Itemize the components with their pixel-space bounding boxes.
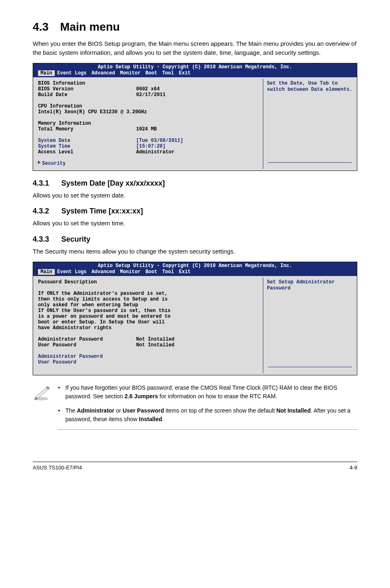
- tab-exit[interactable]: Exit: [176, 269, 193, 275]
- bios-header-title: Aptio Setup Utility - Copyright (C) 2010…: [33, 64, 357, 70]
- build-date-value: 02/17/2011: [136, 92, 166, 98]
- footer-right: 4-9: [350, 465, 357, 471]
- tab-tool[interactable]: Tool: [160, 70, 177, 76]
- note-item: The Administrator or User Password items…: [65, 406, 357, 424]
- subsection-title: System Time [xx:xx:xx]: [61, 207, 143, 215]
- help-divider: [268, 367, 352, 373]
- bios-version-value: 0602 x64: [136, 86, 160, 92]
- triangle-icon: [38, 161, 40, 164]
- subsection-heading-date: 4.3.1System Date [Day xx/xx/xxxx]: [33, 179, 357, 188]
- bios-screenshot-main: Aptio Setup Utility - Copyright (C) 2010…: [33, 63, 357, 171]
- note-item: If you have forgotten your BIOS password…: [65, 384, 357, 401]
- password-desc-heading: Password Description: [38, 279, 258, 285]
- system-date-value[interactable]: [Tue 03/08/2011]: [136, 138, 183, 144]
- tab-exit[interactable]: Exit: [176, 70, 193, 76]
- password-desc-body: If ONLY the Administrator's password is …: [38, 291, 258, 331]
- bios-left-pane: Password Description If ONLY the Adminis…: [33, 276, 263, 375]
- section-intro: When you enter the BIOS Setup program, t…: [33, 39, 357, 57]
- tab-tool[interactable]: Tool: [160, 269, 177, 275]
- subsection-text-security: The Security menu items allow you to cha…: [33, 247, 357, 256]
- bios-info-heading: BIOS Information: [38, 81, 258, 86]
- system-date-label[interactable]: System Date: [38, 138, 136, 144]
- tab-event-logs[interactable]: Event Logs: [55, 269, 89, 275]
- bios-help-pane: Set the Date, Use Tab to switch between …: [263, 77, 357, 171]
- subsection-text-time: Allows you to set the system time.: [33, 219, 357, 228]
- admin-password-label: Administrator Password: [38, 337, 136, 342]
- footer-left: ASUS TS100-E7/PI4: [33, 465, 82, 471]
- bios-tabs: Main Event Logs Advanced Monitor Boot To…: [33, 70, 357, 77]
- bios-screenshot-security: Aptio Setup Utility - Copyright (C) 2010…: [33, 262, 357, 375]
- system-time-label[interactable]: System Time: [38, 144, 136, 149]
- section-title-text: Main menu: [60, 20, 120, 33]
- system-time-value[interactable]: [15:07:28]: [136, 144, 166, 149]
- section-heading: 4.3Main menu: [33, 20, 357, 34]
- tab-advanced[interactable]: Advanced: [89, 269, 118, 275]
- bios-version-label: BIOS Version: [38, 86, 136, 92]
- page-footer: ASUS TS100-E7/PI4 4-9: [33, 462, 357, 471]
- bios-header: Aptio Setup Utility - Copyright (C) 2010…: [33, 63, 357, 77]
- bios-body: Password Description If ONLY the Adminis…: [33, 276, 357, 375]
- tab-boot[interactable]: Boot: [143, 70, 160, 76]
- tab-main[interactable]: Main: [38, 269, 55, 275]
- bios-help-text: Set Setup Administrator Password: [267, 279, 353, 292]
- note-block: If you have forgotten your BIOS password…: [33, 384, 357, 437]
- bios-help-text: Set the Date, Use Tab to switch between …: [267, 81, 353, 93]
- bios-body: BIOS Information BIOS Version 0602 x64 B…: [33, 77, 357, 171]
- admin-password-value: Not Installed: [136, 337, 175, 342]
- access-level-label: Access Level: [38, 149, 136, 155]
- subsection-num: 4.3.1: [33, 179, 61, 188]
- tab-advanced[interactable]: Advanced: [89, 70, 118, 76]
- cpu-info-line: Intel(R) Xeon(R) CPU E31230 @ 3.20GHz: [38, 109, 258, 115]
- bios-tabs: Main Event Logs Advanced Monitor Boot To…: [33, 269, 357, 276]
- user-password-label: User Password: [38, 342, 136, 348]
- user-password-item[interactable]: User Password: [38, 359, 258, 365]
- tab-monitor[interactable]: Monitor: [117, 269, 143, 275]
- tab-main[interactable]: Main: [38, 70, 55, 76]
- tab-event-logs[interactable]: Event Logs: [55, 70, 89, 76]
- bios-help-pane: Set Setup Administrator Password: [263, 276, 357, 375]
- note-content: If you have forgotten your BIOS password…: [57, 384, 357, 431]
- cpu-info-heading: CPU Information: [38, 103, 258, 109]
- tab-monitor[interactable]: Monitor: [117, 70, 143, 76]
- subsection-text-date: Allows you to set the system date.: [33, 191, 357, 200]
- user-password-value: Not Installed: [136, 342, 175, 348]
- subsection-heading-security: 4.3.3Security: [33, 235, 357, 244]
- tab-boot[interactable]: Boot: [143, 269, 160, 275]
- help-divider: [268, 162, 352, 169]
- subsection-num: 4.3.3: [33, 235, 61, 244]
- security-menu-item[interactable]: Security: [38, 161, 258, 166]
- note-icon: [33, 384, 51, 403]
- total-memory-value: 1024 MB: [136, 126, 157, 132]
- note-divider: [57, 429, 357, 430]
- mem-info-heading: Memory Information: [38, 121, 258, 126]
- section-number: 4.3: [33, 20, 49, 33]
- bios-header: Aptio Setup Utility - Copyright (C) 2010…: [33, 262, 357, 276]
- subsection-num: 4.3.2: [33, 207, 61, 215]
- subsection-title: Security: [61, 235, 90, 243]
- bios-header-title: Aptio Setup Utility - Copyright (C) 2010…: [33, 263, 357, 269]
- bios-left-pane: BIOS Information BIOS Version 0602 x64 B…: [33, 77, 263, 171]
- security-label: Security: [42, 161, 66, 166]
- access-level-value: Administrator: [136, 149, 175, 155]
- total-memory-label: Total Memory: [38, 126, 136, 132]
- subsection-heading-time: 4.3.2System Time [xx:xx:xx]: [33, 207, 357, 215]
- admin-password-item[interactable]: Administrator Password: [38, 354, 258, 359]
- subsection-title: System Date [Day xx/xx/xxxx]: [61, 179, 165, 187]
- build-date-label: Build Date: [38, 92, 136, 98]
